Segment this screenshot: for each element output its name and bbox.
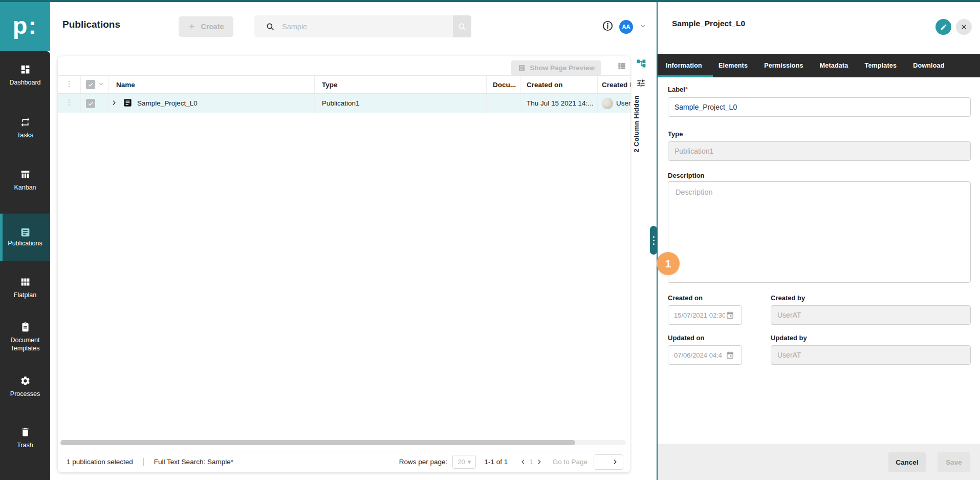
updated-by-label: Updated by: [771, 334, 807, 342]
publications-table-card: Show Page Preview Name Type Docu... Crea…: [58, 56, 630, 472]
cancel-button[interactable]: Cancel: [888, 452, 926, 472]
sidebar-item-tasks[interactable]: Tasks: [0, 117, 50, 139]
table-header-row: Name Type Docu... Created on Created by: [58, 75, 630, 94]
tab-elements[interactable]: Elements: [710, 62, 756, 69]
rows-per-page-label: Rows per page:: [399, 458, 448, 466]
logo-text: p:: [13, 11, 37, 39]
create-button[interactable]: Create: [179, 16, 233, 37]
row-select-cell: [81, 94, 108, 113]
info-icon[interactable]: [602, 20, 614, 34]
user-avatar[interactable]: AA: [619, 20, 633, 34]
select-options-chevron-icon[interactable]: [97, 80, 105, 89]
sidebar-item-dashboard[interactable]: Dashboard: [0, 64, 50, 87]
column-header-name[interactable]: Name: [108, 76, 315, 93]
panel-drag-handle[interactable]: [650, 226, 657, 255]
show-page-preview-label: Show Page Preview: [530, 64, 595, 72]
search-input[interactable]: [282, 23, 453, 31]
kanban-icon: [20, 169, 31, 180]
go-arrow-icon[interactable]: [612, 458, 619, 466]
row-type-cell: Publication1: [315, 94, 487, 113]
dashboard-icon: [20, 64, 31, 75]
save-button: Save: [938, 452, 970, 472]
column-header-type[interactable]: Type: [315, 76, 487, 93]
description-field-label: Description: [668, 172, 705, 179]
list-view-icon[interactable]: [617, 61, 627, 71]
hidden-columns-strip: 2 Column Hidden: [631, 56, 657, 472]
full-text-search-info: Full Text Search: Sample*: [154, 458, 233, 466]
go-to-page-label: Go to Page: [553, 458, 587, 466]
updated-on-label: Updated on: [668, 334, 705, 342]
status-divider: [143, 458, 144, 466]
search-submit-button[interactable]: [453, 15, 471, 37]
type-field-label: Type: [668, 130, 683, 138]
scrollbar-thumb[interactable]: [60, 440, 575, 445]
header-actions: AA: [602, 2, 647, 51]
table-row[interactable]: Sample_Project_L0 Publication1 Thu Jul 1…: [58, 94, 630, 113]
header-kebab-cell: [58, 76, 81, 93]
row-checkbox[interactable]: [86, 99, 95, 108]
expand-row-chevron-icon[interactable]: [111, 99, 118, 108]
selection-count-text: 1 publication selected: [67, 458, 133, 466]
tab-metadata[interactable]: Metadata: [812, 62, 857, 69]
close-panel-button[interactable]: [956, 19, 972, 35]
column-header-created-by[interactable]: Created by: [598, 76, 630, 93]
row-range-text: 1-1 of 1: [484, 458, 508, 466]
creator-avatar: [602, 98, 613, 109]
row-name-text: Sample_Project_L0: [137, 99, 198, 107]
panel-footer: Cancel Save: [658, 444, 980, 480]
required-asterisk: *: [685, 86, 688, 93]
create-button-label: Create: [201, 23, 224, 31]
description-textarea[interactable]: [668, 181, 971, 283]
tree-view-icon[interactable]: [636, 58, 646, 69]
show-page-preview-button[interactable]: Show Page Preview: [511, 60, 601, 75]
chevron-down-icon: ▾: [468, 458, 471, 466]
page-title: Publications: [62, 19, 120, 30]
created-by-label: Created by: [771, 294, 805, 302]
hidden-columns-label[interactable]: 2 Column Hidden: [633, 95, 640, 152]
kebab-menu-icon[interactable]: [65, 98, 73, 108]
sidebar-item-document-templates[interactable]: Document Templates: [0, 322, 50, 353]
search-bar: [254, 15, 471, 37]
tab-information[interactable]: Information: [658, 62, 710, 69]
next-page-button[interactable]: [534, 458, 546, 466]
app-logo[interactable]: p:: [0, 2, 50, 51]
document-templates-icon: [20, 322, 31, 332]
kebab-menu-icon[interactable]: [65, 80, 73, 90]
edit-button[interactable]: [935, 19, 951, 35]
sidebar-item-processes[interactable]: Processes: [0, 375, 50, 398]
go-to-page-input[interactable]: [594, 455, 612, 469]
active-tab-indicator: [658, 75, 713, 77]
column-settings-icon[interactable]: [636, 78, 646, 88]
header-select-cell: [81, 76, 108, 93]
app-root: p: Publications Create AA: [0, 0, 980, 480]
tab-permissions[interactable]: Permissions: [756, 62, 812, 69]
calendar-icon[interactable]: [726, 311, 734, 320]
horizontal-scrollbar[interactable]: [60, 440, 626, 445]
sidebar-item-flatplan[interactable]: Flatplan: [0, 277, 50, 299]
trash-icon: [20, 427, 31, 437]
sidebar-item-trash[interactable]: Trash: [0, 427, 50, 449]
label-input[interactable]: [668, 97, 971, 117]
created-on-input[interactable]: [674, 311, 725, 319]
go-to-page-box: [594, 454, 623, 470]
label-field-label: Label*: [668, 86, 688, 93]
previous-page-button[interactable]: [517, 458, 528, 466]
panel-title: Sample_Project_L0: [672, 19, 745, 28]
tab-templates[interactable]: Templates: [856, 62, 905, 69]
calendar-icon[interactable]: [726, 351, 734, 360]
column-header-documents[interactable]: Docu...: [487, 76, 520, 93]
rows-per-page-select[interactable]: 20 ▾: [452, 455, 476, 469]
current-page-number[interactable]: 1: [529, 458, 533, 466]
chevron-down-icon[interactable]: [639, 22, 647, 32]
created-on-label: Created on: [668, 294, 703, 302]
select-all-checkbox[interactable]: [86, 80, 95, 89]
updated-on-input[interactable]: [674, 351, 725, 359]
updated-on-field: [668, 345, 742, 365]
page-preview-icon: [518, 64, 526, 72]
sidebar-item-publications[interactable]: Publications: [0, 214, 50, 261]
details-panel: Sample_Project_L0 Information Elements P…: [658, 2, 980, 480]
column-header-created-on[interactable]: Created on: [520, 76, 598, 93]
sidebar-item-kanban[interactable]: Kanban: [0, 169, 50, 192]
top-header: Publications Create AA: [50, 2, 658, 51]
tab-download[interactable]: Download: [905, 62, 952, 69]
